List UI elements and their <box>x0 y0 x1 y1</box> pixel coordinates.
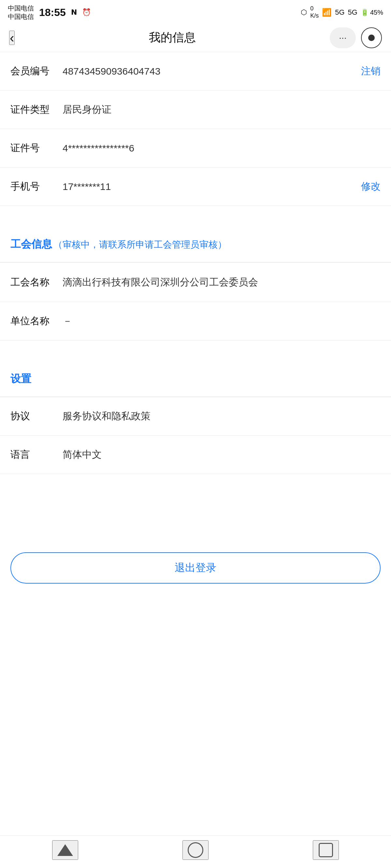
unit-name-value: － <box>63 314 381 328</box>
bottom-area: 退出登录 <box>0 539 391 603</box>
id-type-value: 居民身份证 <box>63 103 381 116</box>
id-number-value: 4****************6 <box>63 143 381 154</box>
back-triangle-icon <box>57 844 73 856</box>
nav-bar: ‹ 我的信息 ··· <box>0 24 391 52</box>
language-value: 简体中文 <box>63 448 381 461</box>
cancel-button[interactable]: 注销 <box>361 64 381 78</box>
union-name-value: 滴滴出行科技有限公司深圳分公司工会委员会 <box>63 274 381 290</box>
phone-label: 手机号 <box>10 180 63 193</box>
camera-button[interactable] <box>361 27 382 48</box>
unit-name-label: 单位名称 <box>10 314 63 328</box>
recent-square-icon <box>319 843 333 857</box>
id-type-label: 证件类型 <box>10 103 63 116</box>
id-number-label: 证件号 <box>10 142 63 155</box>
logout-button[interactable]: 退出登录 <box>10 552 381 584</box>
system-nav-bar <box>0 835 391 868</box>
alarm-icon: ⏰ <box>82 8 91 17</box>
spacer-3 <box>0 474 391 539</box>
home-circle-icon <box>188 842 203 858</box>
member-number-value: 487434590936404743 <box>63 66 356 77</box>
settings-section-header: 设置 <box>0 356 391 397</box>
system-home-button[interactable] <box>182 840 209 860</box>
system-back-button[interactable] <box>52 840 78 860</box>
member-number-row: 会员编号 487434590936404743 注销 <box>0 52 391 91</box>
agreement-row[interactable]: 协议 服务协议和隐私政策 <box>0 397 391 436</box>
battery-icon: 🔋 45% <box>361 8 383 16</box>
system-recent-button[interactable] <box>313 840 339 860</box>
status-time: 18:55 <box>39 6 66 19</box>
union-name-row: 工会名称 滴滴出行科技有限公司深圳分公司工会委员会 <box>0 262 391 302</box>
agreement-value: 服务协议和隐私政策 <box>63 409 381 423</box>
id-type-row: 证件类型 居民身份证 <box>0 91 391 129</box>
signal2-icon: 5G <box>348 8 357 17</box>
carrier-info: 中国电信 中国电信 <box>8 4 34 21</box>
id-number-row: 证件号 4****************6 <box>0 129 391 167</box>
phone-row: 手机号 17*******11 修改 <box>0 167 391 206</box>
union-section-note: （审核中，请联系所申请工会管理员审核） <box>54 240 227 250</box>
settings-section-title: 设置 <box>10 373 31 384</box>
bluetooth-icon: ⬡ <box>301 8 307 17</box>
signal1-icon: 5G <box>335 8 344 17</box>
unit-name-row: 单位名称 － <box>0 302 391 340</box>
bottom-padding <box>0 603 391 636</box>
nfc-icon: 𝗡 <box>71 8 77 17</box>
more-button[interactable]: ··· <box>330 27 356 48</box>
spacer-2 <box>0 340 391 356</box>
nav-actions: ··· <box>330 27 382 48</box>
member-number-label: 会员编号 <box>10 64 63 78</box>
status-bar: 中国电信 中国电信 18:55 𝗡 ⏰ ⬡ 0K/s 📶 5G 5G 🔋 45% <box>0 0 391 24</box>
agreement-label: 协议 <box>10 409 63 423</box>
edit-phone-button[interactable]: 修改 <box>361 180 381 193</box>
status-right: ⬡ 0K/s 📶 5G 5G 🔋 45% <box>301 5 383 19</box>
union-section-title: 工会信息 <box>10 238 52 250</box>
spacer-1 <box>0 206 391 222</box>
wifi-icon: 📶 <box>322 8 332 17</box>
union-name-label: 工会名称 <box>10 274 63 289</box>
union-section-header: 工会信息 （审核中，请联系所申请工会管理员审核） <box>0 222 391 262</box>
phone-value: 17*******11 <box>63 181 356 192</box>
language-row[interactable]: 语言 简体中文 <box>0 436 391 474</box>
content: 会员编号 487434590936404743 注销 证件类型 居民身份证 证件… <box>0 52 391 868</box>
language-label: 语言 <box>10 448 63 461</box>
back-button[interactable]: ‹ <box>9 31 15 45</box>
network-speed: 0K/s <box>310 5 319 19</box>
page-title: 我的信息 <box>15 30 330 45</box>
